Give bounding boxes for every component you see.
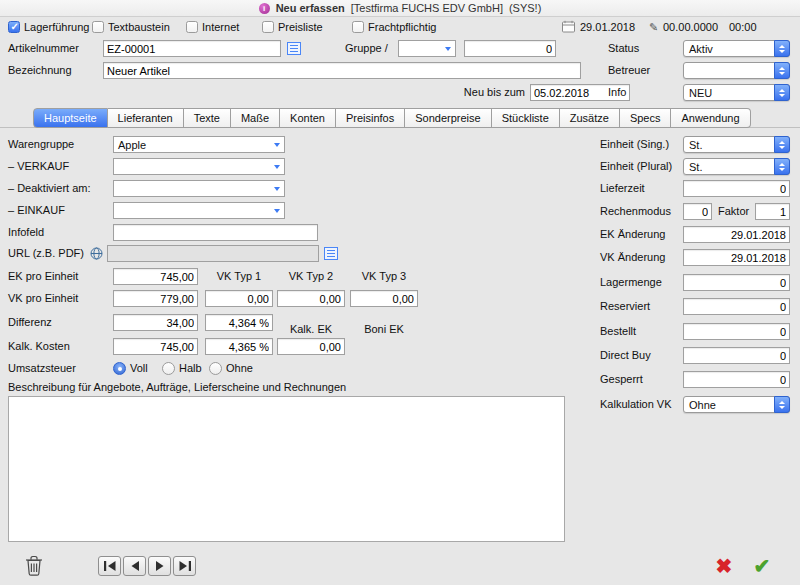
vk-typ2-input[interactable] (277, 290, 345, 307)
deaktiviert-select[interactable] (113, 180, 285, 197)
vk-typ1-header: VK Typ 1 (205, 268, 273, 285)
kalk-ek-input[interactable] (277, 338, 345, 355)
app-icon (259, 3, 270, 14)
gesperrt-input[interactable] (683, 371, 790, 388)
tab-bar: Hauptseite Lieferanten Texte Maße Konten… (33, 108, 751, 128)
ek-aenderung-input[interactable] (683, 226, 790, 243)
delete-button[interactable] (20, 551, 48, 579)
vk-typ1-input[interactable] (205, 290, 273, 307)
close-icon: ✖ (716, 554, 733, 578)
kalk-kosten-input[interactable] (113, 338, 198, 355)
differenz-input[interactable] (113, 314, 198, 331)
chevron-down-icon (274, 209, 280, 213)
vk-pro-einheit-label: VK pro Einheit (8, 290, 78, 307)
tab-sonderpreise[interactable]: Sonderpreise (405, 108, 491, 128)
status-select[interactable]: Aktiv (683, 40, 790, 57)
url-list-button[interactable] (323, 246, 339, 261)
tab-stueckliste[interactable]: Stückliste (492, 108, 560, 128)
tab-anwendung[interactable]: Anwendung (671, 108, 750, 128)
popup-chevrons-icon (774, 136, 790, 153)
checkbox-internet[interactable]: Internet (186, 20, 239, 34)
list-icon (324, 247, 338, 260)
kalkulation-vk-label: Kalkulation VK (600, 396, 672, 413)
vk-typ2-header: VK Typ 2 (277, 268, 345, 285)
window-session: (SYS!) (509, 2, 541, 14)
radio-button-selected (113, 362, 126, 375)
tab-masse[interactable]: Maße (231, 108, 280, 128)
rechenmodus-label: Rechenmodus (600, 203, 671, 220)
checkbox-label: Internet (202, 21, 239, 33)
info-select-value: NEU (689, 87, 712, 99)
tab-specs[interactable]: Specs (620, 108, 672, 128)
check-icon: ✔ (754, 554, 771, 578)
ek-pro-einheit-input[interactable] (113, 268, 198, 285)
neu-bis-label: Neu bis zum (450, 84, 525, 101)
vk-aenderung-input[interactable] (683, 249, 790, 266)
last-record-button[interactable] (173, 556, 196, 576)
rechenmodus-input[interactable] (683, 203, 712, 220)
kalkulation-vk-select[interactable]: Ohne (683, 396, 790, 413)
checkbox-textbaustein[interactable]: Textbaustein (92, 20, 170, 34)
info-select[interactable]: NEU (683, 84, 790, 101)
checkbox-label: Preisliste (278, 21, 323, 33)
reserviert-input[interactable] (683, 298, 790, 315)
radio-label: Ohne (226, 362, 253, 374)
gruppe-number-input[interactable] (464, 40, 556, 57)
checkbox-frachtpflichtig[interactable]: Frachtpflichtig (352, 20, 436, 34)
bestellt-input[interactable] (683, 323, 790, 340)
radio-ohne[interactable]: Ohne (209, 361, 253, 375)
deaktiviert-label: – Deaktiviert am: (8, 180, 91, 197)
first-record-button[interactable] (98, 556, 121, 576)
record-date: 29.01.2018 (580, 19, 635, 36)
beschreibung-textarea[interactable] (8, 396, 565, 542)
bezeichnung-input[interactable] (103, 62, 581, 79)
tab-lieferanten[interactable]: Lieferanten (108, 108, 184, 128)
edit-date: 00.00.0000 (663, 19, 718, 36)
betreuer-select[interactable] (683, 62, 790, 79)
tab-konten[interactable]: Konten (280, 108, 336, 128)
checkbox-preisliste[interactable]: Preisliste (262, 20, 323, 34)
einkauf-select[interactable] (113, 202, 285, 219)
popup-chevrons-icon (774, 158, 790, 175)
tab-hauptseite[interactable]: Hauptseite (33, 108, 108, 128)
artikelnummer-list-button[interactable] (286, 41, 302, 56)
faktor-input[interactable] (755, 203, 790, 220)
radio-label: Voll (130, 362, 148, 374)
checkbox-lagerfuehrung[interactable]: Lagerführung (8, 20, 89, 34)
differenz-percent-input[interactable] (205, 314, 273, 331)
vk-pro-einheit-input[interactable] (113, 290, 198, 307)
einheit-plural-select[interactable]: St. (683, 158, 790, 175)
infofeld-input[interactable] (113, 224, 318, 241)
checkbox-box-checked (8, 21, 20, 33)
lieferzeit-input[interactable] (683, 180, 790, 197)
next-record-button[interactable] (148, 556, 171, 576)
radio-voll[interactable]: Voll (113, 361, 148, 375)
kalk-ek-header: Kalk. EK (277, 321, 345, 338)
kalk-kosten-percent-input[interactable] (205, 338, 273, 355)
checkbox-box (186, 21, 198, 33)
artikelnummer-input[interactable] (103, 40, 281, 57)
tab-zusaetze[interactable]: Zusätze (560, 108, 620, 128)
lagermenge-input[interactable] (683, 274, 790, 291)
ek-aenderung-label: EK Änderung (600, 226, 665, 243)
radio-button (162, 362, 175, 375)
verkauf-label: – VERKAUF (8, 158, 69, 175)
previous-record-button[interactable] (123, 556, 146, 576)
cancel-button[interactable]: ✖ (711, 554, 737, 578)
einkauf-label: – EINKAUF (8, 202, 65, 219)
gruppe-select[interactable] (398, 40, 456, 57)
vk-typ3-input[interactable] (350, 290, 418, 307)
tab-preisinfos[interactable]: Preisinfos (336, 108, 405, 128)
radio-halb[interactable]: Halb (162, 361, 202, 375)
reserviert-label: Reserviert (600, 298, 650, 315)
warengruppe-select[interactable]: Apple (113, 136, 285, 153)
chevron-down-icon (274, 187, 280, 191)
previous-record-icon (128, 560, 142, 572)
url-input (107, 245, 319, 262)
url-globe-button[interactable] (89, 246, 104, 261)
einheit-sing-select[interactable]: St. (683, 136, 790, 153)
confirm-button[interactable]: ✔ (749, 554, 775, 578)
direct-buy-input[interactable] (683, 347, 790, 364)
verkauf-select[interactable] (113, 158, 285, 175)
tab-texte[interactable]: Texte (184, 108, 231, 128)
